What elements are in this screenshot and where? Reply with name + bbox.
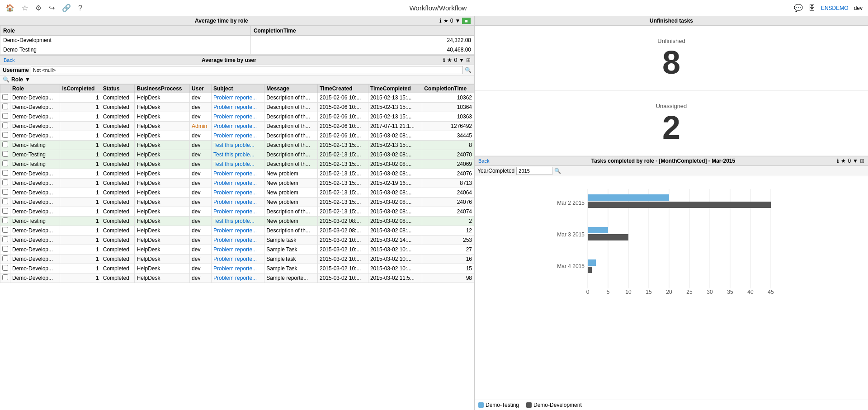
status-cell: Completed [101,198,135,207]
col-header-subject[interactable]: Subject [212,85,264,93]
table-row: Demo-Develop... 1 Completed HelpDesk dev… [0,198,474,207]
bp-cell: HelpDesk [135,122,190,131]
row-checkbox[interactable] [0,273,10,283]
chart-info-icon[interactable]: ℹ [837,158,839,164]
bp-cell: HelpDesk [135,103,190,112]
subject-cell: Problem reporte... [212,103,264,112]
bar-mar3-testing[interactable] [588,227,608,233]
status-cell: Completed [101,141,135,150]
chart-down-icon[interactable]: ▼ [853,158,858,164]
help-icon[interactable]: ? [78,4,82,12]
avg-by-user-title: Average time by user [14,57,443,63]
unassigned-section: Unassigned 2 [475,91,868,156]
table-row: Demo-Develop... 1 Completed HelpDesk dev… [0,188,474,198]
subject-cell: Problem reporte... [212,131,264,141]
zero-label: 0 [450,18,453,24]
bar-mar4-dev[interactable] [588,267,592,273]
row-checkbox[interactable] [0,236,10,245]
row-checkbox[interactable] [0,93,10,103]
user-dropdown[interactable]: dev [854,5,863,11]
home-icon[interactable]: 🏠 [5,4,14,12]
back-button[interactable]: Back [4,57,14,63]
bar-mar2-testing[interactable] [588,194,669,201]
settings-icon[interactable]: ⚙ [35,4,42,12]
iscompleted-cell: 1 [60,169,101,179]
col-header-iscompleted[interactable]: IsCompleted [60,85,101,93]
year-search-btn[interactable]: 🔍 [554,168,561,174]
col-header-message[interactable]: Message [264,85,318,93]
chat-icon[interactable]: 💬 [794,4,803,12]
table-row: Demo-Testing 1 Completed HelpDesk dev Te… [0,217,474,226]
username-search-btn[interactable]: 🔍 [465,67,472,73]
row-checkbox[interactable] [0,122,10,131]
bp-cell: HelpDesk [135,112,190,122]
link-icon[interactable]: 🔗 [62,4,71,12]
timecompleted-cell: 2015-03-02 10:... [368,245,422,254]
bp-cell: HelpDesk [135,179,190,188]
role-filter-arrow[interactable]: ▼ [25,76,30,83]
green-action-btn[interactable]: ■ [462,18,471,24]
col-header-timecompleted[interactable]: TimeCompleted [368,85,422,93]
bar-mar4-testing[interactable] [588,259,596,266]
chart-back-button[interactable]: Back [478,158,489,164]
chart-grid-icon[interactable]: ⊞ [860,158,864,164]
timecompleted-cell: 2015-03-02 08:... [368,169,422,179]
year-input[interactable] [516,167,552,175]
completion-cell: 24070 [422,150,474,160]
col-header-user[interactable]: User [190,85,212,93]
row-checkbox[interactable] [0,188,10,198]
down-icon[interactable]: ▼ [455,18,460,24]
filter-icon[interactable]: 🔍 [3,76,9,83]
col-header-timecreated[interactable]: TimeCreated [318,85,368,93]
user-cell: dev [190,207,212,217]
data-table-wrapper[interactable]: RoleIsCompletedStatusBusinessProcessUser… [0,84,474,410]
iscompleted-cell: 1 [60,198,101,207]
star-icon2[interactable]: ★ [447,57,452,63]
avg-by-role-widget: Average time by role ℹ ★ 0 ▼ ■ Role Comp… [0,16,474,55]
status-cell: Completed [101,160,135,169]
row-checkbox[interactable] [0,169,10,179]
col-header-role[interactable]: Role [10,85,60,93]
row-checkbox[interactable] [0,264,10,273]
user-cell: dev [190,217,212,226]
col-header-businessprocess[interactable]: BusinessProcess [135,85,190,93]
info-icon[interactable]: ℹ [439,18,442,24]
row-checkbox[interactable] [0,226,10,236]
iscompleted-cell: 1 [60,188,101,198]
timecreated-cell: 2015-02-06 10:... [318,103,368,112]
chart-title: Tasks completed by role - [MonthComplete… [591,158,736,164]
bookmark-icon[interactable]: ☆ [22,4,28,12]
chart-star-icon[interactable]: ★ [841,158,846,164]
col-header-status[interactable]: Status [101,85,135,93]
role-cell: Demo-Testing [0,45,251,55]
row-checkbox[interactable] [0,131,10,141]
grid-icon[interactable]: ⊞ [466,57,471,63]
db-name[interactable]: ENSDEMO [821,5,849,11]
bar-mar3-dev[interactable] [588,234,628,240]
row-checkbox[interactable] [0,217,10,226]
page-title: Workflow/Workflow [409,4,467,12]
username-input[interactable] [31,66,463,74]
info-icon2[interactable]: ℹ [443,57,445,63]
row-checkbox[interactable] [0,141,10,150]
db-icon[interactable]: 🗄 [808,4,816,12]
col-header-completiontime[interactable]: CompletionTime [422,85,474,93]
row-checkbox[interactable] [0,112,10,122]
subject-cell: Test this proble... [212,217,264,226]
row-checkbox[interactable] [0,245,10,254]
row-checkbox[interactable] [0,254,10,264]
row-checkbox[interactable] [0,160,10,169]
table-row: Demo-Develop... 1 Completed HelpDesk dev… [0,179,474,188]
row-checkbox[interactable] [0,179,10,188]
down-icon2[interactable]: ▼ [459,57,464,63]
row-checkbox[interactable] [0,150,10,160]
row-checkbox[interactable] [0,103,10,112]
subject-cell: Problem reporte... [212,179,264,188]
row-checkbox[interactable] [0,198,10,207]
star-icon[interactable]: ★ [443,18,448,24]
bar-mar2-dev[interactable] [588,202,771,208]
forward-icon[interactable]: ↪ [49,4,55,12]
completion-cell: 24074 [422,207,474,217]
user-cell: dev [190,254,212,264]
row-checkbox[interactable] [0,207,10,217]
